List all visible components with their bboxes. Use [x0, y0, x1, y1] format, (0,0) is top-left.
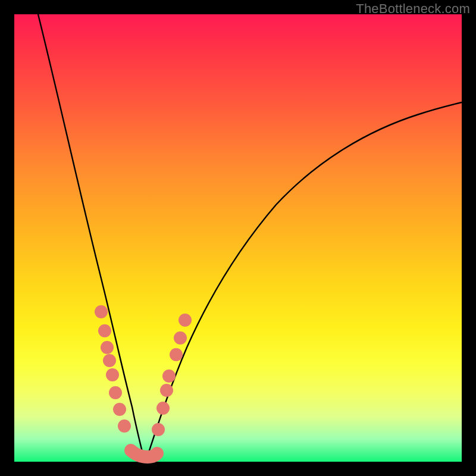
- data-point: [174, 331, 187, 345]
- plot-area: [14, 14, 462, 462]
- data-point: [178, 314, 192, 327]
- data-point: [106, 368, 119, 381]
- data-point: [156, 402, 170, 415]
- left-curve: [38, 14, 144, 459]
- trough-cluster: [131, 450, 157, 457]
- right-curve: [146, 102, 462, 459]
- data-point: [162, 369, 176, 383]
- data-point: [101, 341, 114, 354]
- data-point: [95, 305, 108, 318]
- watermark-text: TheBottleneck.com: [356, 1, 470, 17]
- chart-svg: [14, 14, 462, 462]
- data-point: [118, 419, 131, 433]
- data-point: [109, 386, 122, 399]
- data-point: [170, 348, 183, 361]
- data-point: [98, 324, 111, 337]
- data-point: [103, 354, 116, 367]
- data-point: [160, 384, 173, 397]
- chart-frame: TheBottleneck.com: [0, 0, 476, 476]
- data-point: [152, 423, 165, 436]
- data-point: [113, 403, 126, 416]
